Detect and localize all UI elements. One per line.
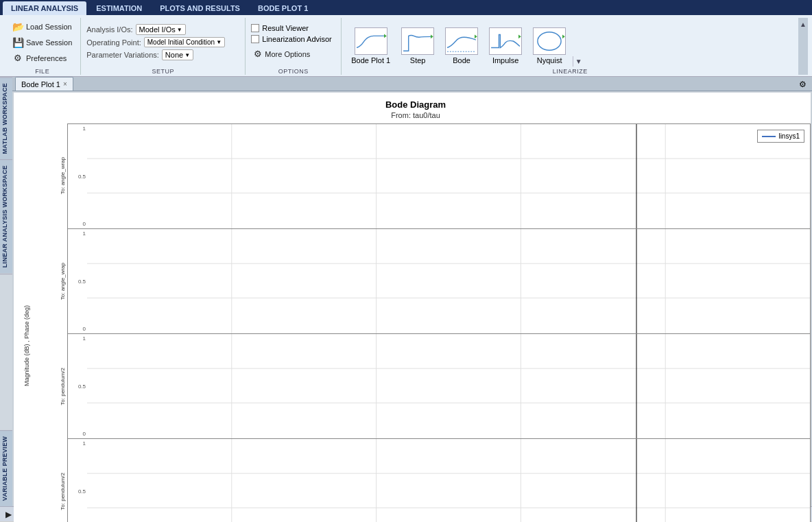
- y-ticks-1: 1 0.5 0: [68, 229, 87, 333]
- plot-row-0: 1 0.5 0: [67, 123, 811, 229]
- linear-analysis-workspace-tab[interactable]: LINEAR ANALYSIS WORKSPACE: [0, 159, 12, 273]
- bode-plot-1-tab-label: Bode Plot 1: [21, 80, 60, 88]
- svg-marker-1: [431, 35, 433, 39]
- plot-svg-1: [87, 229, 810, 333]
- plot-row-2: 1 0.5 0: [67, 334, 811, 439]
- ytick-1-0: 1: [83, 230, 86, 237]
- toolbar: LINEAR ANALYSIS ESTIMATION PLOTS AND RES…: [0, 0, 812, 77]
- analysis-ios-dropdown[interactable]: Model I/Os ▼: [136, 24, 186, 35]
- impulse-btn-label: Impulse: [492, 56, 519, 64]
- plot-svg-0: [87, 124, 810, 228]
- nyquist-button[interactable]: Nyquist: [529, 25, 570, 67]
- more-options-button[interactable]: ⚙ More Options: [251, 47, 332, 60]
- bode-plot-1-tab[interactable]: Bode Plot 1 ×: [15, 77, 73, 91]
- svg-marker-2: [475, 35, 477, 39]
- row-2-label-text: To: pendulum/2: [60, 368, 66, 405]
- row-1-label-text: To: angle_wrap: [60, 263, 66, 300]
- bode-diagram-subtitle: From: tau0/tau: [21, 111, 811, 119]
- row-0-label-text: To: angle_wrap: [60, 157, 66, 194]
- svg-marker-3: [518, 35, 521, 39]
- result-viewer-checkbox[interactable]: [251, 24, 259, 32]
- setup-content: Analysis I/Os: Model I/Os ▼ Operating Po…: [86, 18, 225, 67]
- operating-point-value: Model Initial Condition: [147, 38, 215, 46]
- tab-estimation[interactable]: ESTIMATION: [88, 1, 150, 15]
- tab-plots-results[interactable]: PLOTS AND RESULTS: [152, 1, 248, 15]
- row-label-2: To: pendulum/2: [33, 334, 67, 439]
- ribbon-setup-section: Analysis I/Os: Model I/Os ▼ Operating Po…: [81, 18, 246, 75]
- operating-point-dropdown[interactable]: Model Initial Condition ▼: [144, 37, 225, 47]
- variable-preview-tab[interactable]: VARIABLE PREVIEW: [0, 430, 12, 506]
- ytick-2-1: 0.5: [78, 383, 86, 390]
- ytick-2-2: 0: [83, 431, 86, 437]
- plot-row-3: 1 0.5 0: [67, 439, 811, 522]
- bode-plot-1-btn-label: Bode Plot 1: [351, 56, 390, 64]
- row-label-0: To: angle_wrap: [33, 123, 67, 228]
- load-session-button[interactable]: 📂 Load Session: [10, 20, 75, 34]
- tab-bode-plot-1[interactable]: BODE PLOT 1: [250, 1, 316, 15]
- legend-line: [762, 136, 776, 137]
- step-btn-label: Step: [410, 56, 426, 64]
- param-var-dropdown[interactable]: None ▼: [162, 49, 193, 60]
- save-session-label: Save Session: [26, 38, 72, 47]
- plot-settings-icon[interactable]: ⚙: [796, 78, 809, 91]
- ribbon: 📂 Load Session 💾 Save Session ⚙ Preferen…: [0, 15, 812, 77]
- bode-plot-1-button[interactable]: Bode Plot 1: [347, 25, 394, 67]
- impulse-button[interactable]: Impulse: [485, 25, 526, 67]
- ytick-3-1: 0.5: [78, 488, 86, 495]
- linearization-advisor-checkbox[interactable]: [251, 35, 259, 43]
- plots-grid: 1 0.5 0: [67, 123, 811, 522]
- matlab-workspace-tab[interactable]: MATLAB WORKSPACE: [0, 77, 12, 159]
- plot-canvas-3[interactable]: [87, 439, 810, 522]
- legend-box: linsys1: [757, 130, 804, 143]
- y-ticks-0: 1 0.5 0: [68, 124, 87, 228]
- y-axis-label: Magnitude (dB) , Phase (deg): [23, 305, 30, 386]
- file-section-label: FILE: [10, 68, 75, 75]
- y-ticks-3: 1 0.5 0: [68, 439, 87, 522]
- step-img: [401, 27, 434, 55]
- preferences-label: Preferences: [26, 54, 67, 62]
- content-area: Bode Plot 1 × ⚙ Bode Diagram From: tau0/…: [12, 77, 812, 506]
- play-button[interactable]: ▶: [5, 510, 12, 519]
- ribbon-linearize-section: Bode Plot 1 Step: [342, 18, 798, 75]
- linearize-expand[interactable]: ▼: [573, 56, 584, 67]
- tab-linear-analysis[interactable]: LINEAR ANALYSIS: [3, 1, 86, 15]
- ribbon-options-section: Result Viewer Linearization Advisor ⚙ Mo…: [246, 18, 342, 75]
- bode-button[interactable]: Bode: [441, 25, 482, 67]
- plot-canvas-0[interactable]: linsys1: [87, 124, 810, 228]
- operating-point-label: Operating Point:: [86, 38, 141, 47]
- bode-diagram: Bode Diagram From: tau0/tau Magnitude (d…: [14, 93, 811, 522]
- plot-canvas-1[interactable]: [87, 229, 810, 333]
- left-tab-spacer: [0, 274, 12, 430]
- save-session-button[interactable]: 💾 Save Session: [10, 36, 75, 49]
- linearize-icons: Bode Plot 1 Step: [347, 18, 584, 67]
- save-icon: 💾: [12, 37, 23, 48]
- plot-svg-3: [87, 439, 810, 522]
- preferences-button[interactable]: ⚙ Preferences: [10, 51, 75, 65]
- ribbon-file-section: 📂 Load Session 💾 Save Session ⚙ Preferen…: [4, 18, 81, 75]
- row-labels: To: angle_wrap To: angle_wrap To: pendul…: [33, 123, 67, 522]
- step-button[interactable]: Step: [397, 25, 438, 67]
- param-var-value: None: [165, 51, 183, 59]
- ytick-0-1: 0.5: [78, 174, 86, 180]
- plot-canvas-2[interactable]: [87, 334, 810, 438]
- plot-container: Bode Diagram From: tau0/tau Magnitude (d…: [14, 93, 811, 522]
- file-buttons: 📂 Load Session 💾 Save Session ⚙ Preferen…: [10, 18, 75, 67]
- tab-close-button[interactable]: ×: [63, 80, 67, 88]
- more-options-icon: ⚙: [254, 49, 262, 59]
- plot-svg-2: [87, 334, 810, 438]
- param-var-arrow: ▼: [184, 52, 190, 58]
- ytick-3-0: 1: [83, 440, 86, 447]
- toolbar-scroll-right[interactable]: ▲: [798, 18, 808, 75]
- bode-btn-label: Bode: [453, 56, 470, 64]
- result-viewer-row: Result Viewer: [251, 24, 332, 32]
- bode-img: [445, 27, 478, 55]
- row-label-1: To: angle_wrap: [33, 228, 67, 333]
- load-session-label: Load Session: [26, 23, 72, 31]
- linearization-advisor-row: Linearization Advisor: [251, 35, 332, 43]
- impulse-img: [489, 27, 522, 55]
- operating-point-row: Operating Point: Model Initial Condition…: [86, 37, 225, 47]
- bode-plot-1-img: [355, 27, 387, 55]
- left-vertical-tabs: MATLAB WORKSPACE LINEAR ANALYSIS WORKSPA…: [0, 77, 12, 506]
- analysis-ios-arrow: ▼: [177, 27, 182, 33]
- ytick-0-2: 0: [83, 221, 86, 227]
